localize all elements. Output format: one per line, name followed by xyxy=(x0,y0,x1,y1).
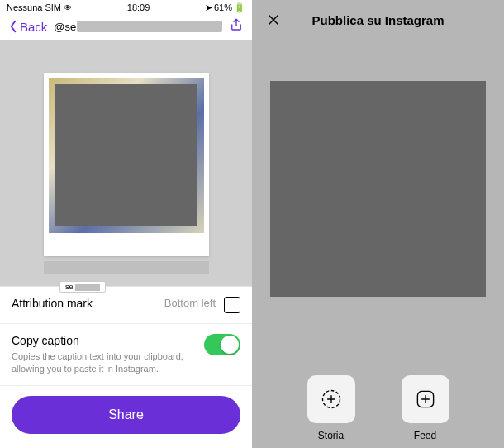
story-icon xyxy=(320,388,343,411)
redaction-mask xyxy=(44,261,209,274)
attribution-tag: sel xyxy=(59,281,106,293)
attribution-tag-prefix: sel xyxy=(65,283,75,291)
username-prefix: @se xyxy=(54,21,76,33)
publish-feed-button[interactable]: Feed xyxy=(389,375,462,441)
copy-caption-row[interactable]: Copy caption Copies the caption text int… xyxy=(0,324,252,386)
share-button-label: Share xyxy=(108,407,144,422)
back-button[interactable]: Back xyxy=(8,20,47,34)
navbar: Back @se xyxy=(0,13,252,40)
photo-placeholder xyxy=(55,84,197,226)
attribution-value: Bottom left xyxy=(164,297,216,309)
publish-preview xyxy=(270,81,486,297)
redaction-mask xyxy=(75,284,100,291)
share-icon xyxy=(229,17,244,33)
settings-panel: Attribution mark Bottom left Copy captio… xyxy=(0,286,252,444)
location-icon: ➤ xyxy=(205,2,212,13)
publish-header: Pubblica su Instagram xyxy=(252,0,504,40)
feed-icon xyxy=(414,388,437,411)
post-preview-area: sel xyxy=(0,40,252,286)
share-icon-button[interactable] xyxy=(229,17,244,36)
publish-story-label: Storia xyxy=(318,430,344,441)
battery-icon: 🔋 xyxy=(234,2,245,13)
copy-caption-desc: Copies the caption text into your clipbo… xyxy=(12,350,185,375)
back-label: Back xyxy=(20,20,47,34)
attribution-checkbox[interactable] xyxy=(224,297,240,313)
publish-feed-label: Feed xyxy=(414,430,436,441)
share-button[interactable]: Share xyxy=(12,396,240,434)
status-time: 18:09 xyxy=(127,2,150,12)
copy-caption-toggle[interactable] xyxy=(204,334,240,355)
photo-border xyxy=(49,78,204,233)
copy-caption-title: Copy caption xyxy=(12,334,196,347)
username-title: @se xyxy=(54,21,222,33)
status-bar: Nessuna SIM 👁 18:09 ➤ 61% 🔋 xyxy=(0,0,252,13)
chevron-left-icon xyxy=(8,20,18,33)
attribution-mark-row[interactable]: Attribution mark Bottom left xyxy=(0,287,252,324)
photo-frame[interactable] xyxy=(44,73,209,256)
publish-title: Pubblica su Instagram xyxy=(262,13,494,27)
publish-story-button[interactable]: Storia xyxy=(295,375,368,441)
carrier-label: Nessuna SIM xyxy=(7,2,61,12)
publish-actions: Storia Feed xyxy=(252,375,504,441)
attribution-title: Attribution mark xyxy=(12,297,156,310)
privacy-eye-icon: 👁 xyxy=(64,3,72,12)
redaction-mask xyxy=(77,21,222,32)
battery-pct: 61% xyxy=(214,2,232,12)
